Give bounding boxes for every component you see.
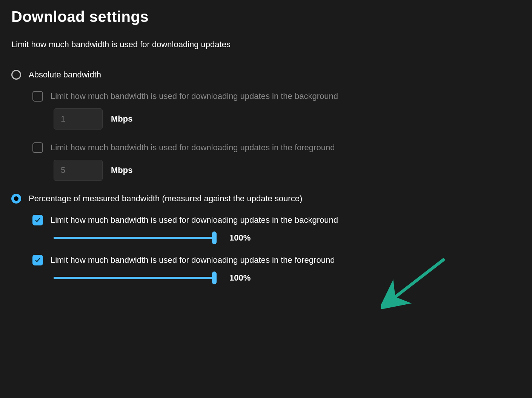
absolute-bandwidth-section: Absolute bandwidth Limit how much bandwi…: [11, 70, 521, 181]
slider-thumb[interactable]: [212, 231, 217, 244]
percentage-sub-options: Limit how much bandwidth is used for dow…: [32, 215, 521, 284]
absolute-bg-checkbox-row: Limit how much bandwidth is used for dow…: [32, 91, 521, 102]
absolute-fg-label: Limit how much bandwidth is used for dow…: [51, 143, 335, 153]
absolute-bandwidth-label: Absolute bandwidth: [29, 70, 101, 80]
percentage-label: Percentage of measured bandwidth (measur…: [29, 194, 302, 204]
absolute-fg-checkbox-row: Limit how much bandwidth is used for dow…: [32, 142, 521, 153]
percentage-fg-value: 100%: [229, 273, 251, 283]
check-icon: [34, 217, 41, 224]
percentage-bg-slider-row: 100%: [54, 232, 521, 244]
absolute-sub-options: Limit how much bandwidth is used for dow…: [32, 91, 521, 181]
absolute-fg-checkbox: [32, 142, 43, 153]
percentage-bg-checkbox[interactable]: [32, 215, 43, 225]
percentage-bandwidth-section: Percentage of measured bandwidth (measur…: [11, 194, 521, 284]
percentage-fg-checkbox[interactable]: [32, 255, 43, 265]
percentage-fg-checkbox-row[interactable]: Limit how much bandwidth is used for dow…: [32, 255, 521, 265]
slider-thumb[interactable]: [212, 272, 217, 284]
slider-track: [54, 237, 215, 239]
percentage-bg-label: Limit how much bandwidth is used for dow…: [51, 215, 338, 225]
percentage-bg-value: 100%: [229, 233, 251, 243]
page-subtitle: Limit how much bandwidth is used for dow…: [11, 40, 521, 49]
absolute-fg-input-row: Mbps: [54, 160, 521, 181]
absolute-bg-input-row: Mbps: [54, 108, 521, 130]
absolute-bg-unit: Mbps: [111, 114, 132, 124]
absolute-fg-unit: Mbps: [111, 165, 132, 175]
absolute-bandwidth-radio-row[interactable]: Absolute bandwidth: [11, 70, 521, 80]
slider-track: [54, 277, 215, 279]
check-icon: [34, 257, 41, 264]
percentage-bg-slider[interactable]: [54, 232, 215, 244]
percentage-bg-checkbox-row[interactable]: Limit how much bandwidth is used for dow…: [32, 215, 521, 225]
percentage-radio-row[interactable]: Percentage of measured bandwidth (measur…: [11, 194, 521, 204]
absolute-bandwidth-radio[interactable]: [11, 70, 21, 80]
page-title: Download settings: [11, 8, 521, 25]
percentage-fg-slider-row: 100%: [54, 272, 521, 284]
percentage-fg-slider[interactable]: [54, 272, 215, 284]
absolute-bg-input: [54, 108, 103, 130]
absolute-bg-checkbox: [32, 91, 43, 102]
absolute-bg-label: Limit how much bandwidth is used for dow…: [51, 91, 338, 101]
percentage-radio[interactable]: [11, 194, 21, 204]
percentage-fg-label: Limit how much bandwidth is used for dow…: [51, 255, 335, 265]
absolute-fg-input: [54, 160, 103, 181]
